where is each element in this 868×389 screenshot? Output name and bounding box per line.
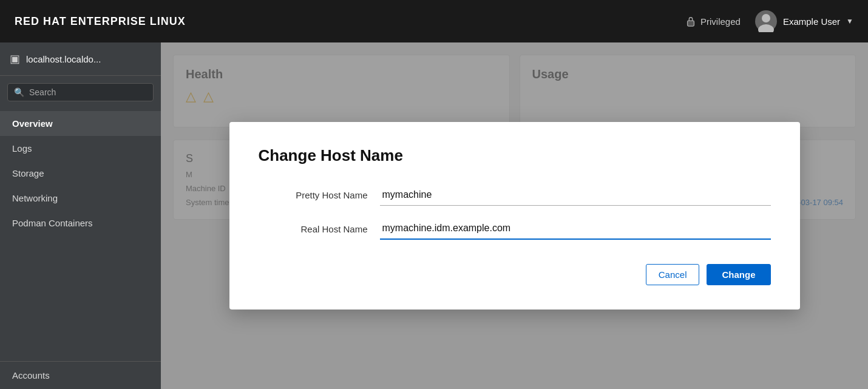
change-button[interactable]: Change xyxy=(707,264,770,285)
search-input[interactable] xyxy=(29,87,147,97)
modal-form: Pretty Host Name Real Host Name xyxy=(259,184,771,240)
content-area: Health △ △ Usage S M Machine ID 9fa031b4… xyxy=(161,42,868,389)
lock-icon xyxy=(686,16,696,27)
sidebar-item-logs[interactable]: Logs xyxy=(0,136,161,161)
sidebar: ▣ localhost.localdo... 🔍 Overview Logs S… xyxy=(0,42,161,389)
avatar xyxy=(755,10,777,32)
brand-title: RED HAT ENTERPRISE LINUX xyxy=(15,15,186,28)
sidebar-item-podman[interactable]: Podman Containers xyxy=(0,211,161,235)
real-host-input[interactable] xyxy=(380,218,771,240)
real-host-label: Real Host Name xyxy=(259,224,380,234)
search-box[interactable]: 🔍 xyxy=(7,83,154,101)
privileged-label: Privileged xyxy=(700,16,741,27)
cancel-button[interactable]: Cancel xyxy=(646,264,700,285)
search-icon: 🔍 xyxy=(14,87,24,97)
modal-title: Change Host Name xyxy=(259,146,771,165)
sidebar-item-overview[interactable]: Overview xyxy=(0,111,161,136)
real-hostname-row: Real Host Name xyxy=(259,218,771,240)
user-label: Example User xyxy=(783,16,840,27)
sidebar-item-storage[interactable]: Storage xyxy=(0,161,161,186)
modal-footer: Cancel Change xyxy=(259,264,771,285)
sidebar-host: ▣ localhost.localdo... xyxy=(0,42,161,76)
pretty-hostname-row: Pretty Host Name xyxy=(259,184,771,206)
svg-point-1 xyxy=(762,14,770,22)
modal-overlay: Change Host Name Pretty Host Name Real H… xyxy=(161,42,868,389)
pretty-host-label: Pretty Host Name xyxy=(259,190,380,200)
user-menu[interactable]: Example User ▼ xyxy=(755,10,853,32)
host-icon: ▣ xyxy=(10,52,20,66)
main-layout: ▣ localhost.localdo... 🔍 Overview Logs S… xyxy=(0,42,868,389)
sidebar-nav: Overview Logs Storage Networking Podman … xyxy=(0,109,161,361)
sidebar-item-accounts[interactable]: Accounts xyxy=(0,361,161,389)
navbar-right: Privileged Example User ▼ xyxy=(686,10,853,32)
sidebar-hostname: localhost.localdo... xyxy=(26,54,101,64)
pretty-host-input[interactable] xyxy=(380,184,771,206)
chevron-down-icon: ▼ xyxy=(846,17,853,25)
privileged-section: Privileged xyxy=(686,16,741,27)
svg-rect-0 xyxy=(688,21,694,26)
navbar: RED HAT ENTERPRISE LINUX Privileged Exam… xyxy=(0,0,868,42)
svg-point-2 xyxy=(758,24,774,32)
sidebar-item-networking[interactable]: Networking xyxy=(0,186,161,211)
change-hostname-modal: Change Host Name Pretty Host Name Real H… xyxy=(229,122,800,310)
